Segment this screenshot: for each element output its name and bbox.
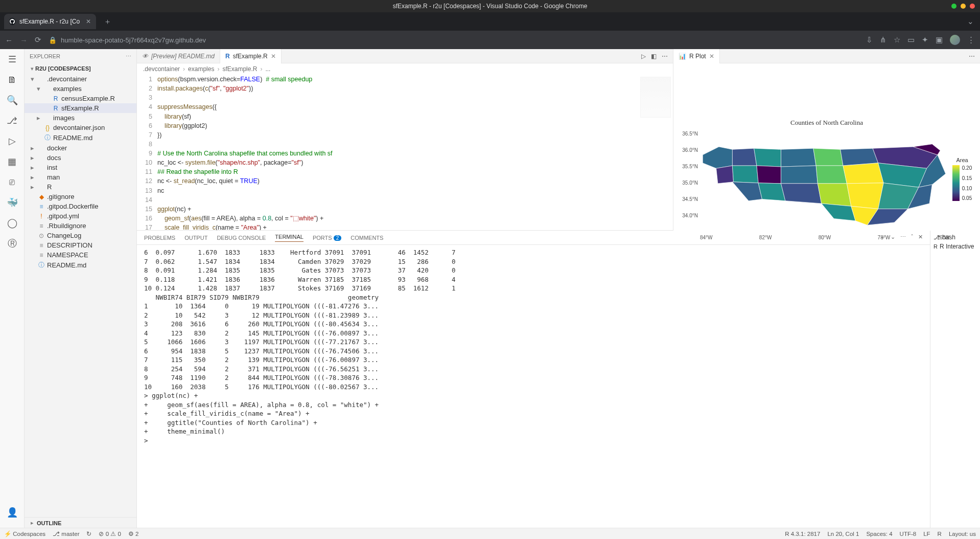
- tree-item[interactable]: ⓘREADME.md: [25, 260, 136, 271]
- chevron-down-icon[interactable]: ⌄: [891, 234, 895, 241]
- tree-item[interactable]: ≡NAMESPACE: [25, 250, 136, 260]
- status-item[interactable]: R: [938, 531, 942, 537]
- more-icon[interactable]: ⋯: [900, 234, 906, 241]
- maximize-dot[interactable]: [961, 4, 966, 9]
- main-area: 👁[Preview] README.mdRsfExample.R✕ ▷ ◧ ⋯ …: [137, 49, 980, 539]
- search-icon[interactable]: 🔍: [6, 94, 18, 106]
- tree-item[interactable]: ▸docs: [25, 153, 136, 163]
- editor-tab[interactable]: 👁[Preview] README.md: [137, 49, 220, 63]
- more-icon[interactable]: ⋯: [969, 53, 975, 60]
- status-item[interactable]: UTF-8: [900, 531, 917, 537]
- tab-r-plot[interactable]: 📊 R Plot ✕: [673, 49, 720, 63]
- extensions-icon[interactable]: ✦: [922, 35, 928, 44]
- extensions-icon[interactable]: ▦: [6, 155, 18, 168]
- panel-tab-output[interactable]: Output: [184, 235, 207, 241]
- status-item[interactable]: Ln 20, Col 1: [827, 531, 859, 537]
- editor-tab[interactable]: RsfExample.R✕: [220, 49, 282, 63]
- new-terminal-icon[interactable]: ＋: [880, 234, 885, 241]
- status-item[interactable]: ↻: [86, 530, 91, 537]
- back-icon[interactable]: ←: [5, 36, 13, 44]
- tree-item[interactable]: ▾examples: [25, 84, 136, 94]
- panel-tab-comments[interactable]: Comments: [351, 235, 383, 241]
- forward-icon[interactable]: →: [20, 36, 28, 44]
- tree-item[interactable]: {}devcontainer.json: [25, 123, 136, 132]
- bookmark-icon[interactable]: ☆: [894, 35, 900, 44]
- close-icon[interactable]: ✕: [271, 53, 276, 60]
- panel-area: ProblemsOutputDebug ConsoleTerminalPorts…: [137, 231, 980, 539]
- tree-item[interactable]: ▸images: [25, 113, 136, 123]
- menu-icon[interactable]: ☰: [6, 53, 18, 65]
- tree-item[interactable]: ⊙ChangeLog: [25, 231, 136, 240]
- workspace-name[interactable]: ▾ R2U [CODESPACES]: [25, 63, 136, 74]
- os-titlebar: sfExample.R - r2u [Codespaces] - Visual …: [0, 0, 980, 12]
- docker-icon[interactable]: 🐳: [6, 196, 18, 209]
- browser-tab[interactable]: sfExample.R - r2u [Codes ✕: [4, 14, 96, 29]
- tree-item[interactable]: !.gitpod.yml: [25, 211, 136, 221]
- chrome-tab-strip: sfExample.R - r2u [Codes ✕ ＋ ⌄: [0, 12, 980, 31]
- address-bar[interactable]: 🔒 humble-space-potato-5j7r664xq2v7gw.git…: [49, 36, 859, 44]
- terminal-entry[interactable]: ⎇bash: [934, 233, 977, 242]
- install-icon[interactable]: ⇩: [866, 35, 873, 44]
- github-icon[interactable]: ◯: [6, 217, 18, 229]
- plot-map: [700, 128, 948, 231]
- split-icon[interactable]: ◧: [651, 53, 657, 60]
- tree-item[interactable]: RcensusExample.R: [25, 94, 136, 103]
- status-item[interactable]: Spaces: 4: [866, 531, 892, 537]
- maximize-panel-icon[interactable]: ˆ: [911, 234, 913, 241]
- status-item[interactable]: Layout: us: [949, 531, 976, 537]
- download-icon[interactable]: ▭: [907, 35, 915, 44]
- panel-tab-ports[interactable]: Ports2: [313, 235, 341, 241]
- r-icon[interactable]: Ⓡ: [6, 237, 18, 250]
- menu-icon[interactable]: ⋮: [967, 35, 975, 44]
- run-icon[interactable]: ▷: [641, 53, 646, 60]
- tree-item[interactable]: ▸R: [25, 182, 136, 192]
- status-item[interactable]: ⚡ Codespaces: [4, 530, 45, 537]
- more-icon[interactable]: ⋯: [662, 53, 668, 60]
- status-item[interactable]: R 4.3.1: 2817: [785, 531, 820, 537]
- tree-item[interactable]: ◆.gitignore: [25, 192, 136, 201]
- terminal[interactable]: 6 0.097 1.670 1833 1833 Hertford 37091 3…: [137, 245, 930, 539]
- tree-item[interactable]: ▾.devcontainer: [25, 74, 136, 84]
- plot-tabbar: 📊 R Plot ✕ ⋯: [673, 49, 980, 63]
- panel-tab-problems[interactable]: Problems: [144, 235, 175, 241]
- close-dot[interactable]: [970, 4, 975, 9]
- panel-tab-terminal[interactable]: Terminal: [275, 234, 304, 242]
- terminal-entry[interactable]: RR Interactive: [934, 242, 977, 251]
- outline-section[interactable]: ▸Outline: [25, 518, 136, 528]
- status-item[interactable]: ⎇ master: [53, 530, 79, 537]
- panel-tabs: ProblemsOutputDebug ConsoleTerminalPorts…: [137, 231, 930, 245]
- chart-icon: 📊: [679, 53, 686, 60]
- tree-item[interactable]: ≡.gitpod.Dockerfile: [25, 201, 136, 211]
- reload-icon[interactable]: ⟳: [35, 35, 41, 44]
- status-item[interactable]: ⊘ 0 ⚠ 0: [99, 530, 121, 537]
- close-panel-icon[interactable]: ✕: [918, 234, 923, 241]
- profile-avatar[interactable]: [950, 35, 960, 45]
- code-editor[interactable]: 1234567891011121314151617181920 options(…: [137, 75, 673, 230]
- source-control-icon[interactable]: ⎇: [6, 115, 18, 127]
- run-debug-icon[interactable]: ▷: [6, 135, 18, 147]
- tree-item[interactable]: ⓘREADME.md: [25, 132, 136, 143]
- account-icon[interactable]: 👤: [6, 506, 18, 519]
- panel-tab-debug-console[interactable]: Debug Console: [217, 235, 266, 241]
- minimap[interactable]: [640, 77, 671, 118]
- editor-group-left: 👁[Preview] README.mdRsfExample.R✕ ▷ ◧ ⋯ …: [137, 49, 673, 230]
- more-icon[interactable]: ⋯: [126, 53, 131, 60]
- tree-item[interactable]: ▸man: [25, 172, 136, 182]
- tree-item[interactable]: ▸docker: [25, 143, 136, 153]
- tree-item[interactable]: ≡DESCRIPTION: [25, 240, 136, 250]
- tree-item[interactable]: ≡.Rbuildignore: [25, 221, 136, 231]
- remote-icon[interactable]: ⎚: [6, 176, 18, 188]
- files-icon[interactable]: 🗎: [6, 74, 18, 86]
- share-icon[interactable]: ⋔: [880, 35, 886, 44]
- close-icon[interactable]: ✕: [86, 18, 91, 25]
- breadcrumbs[interactable]: .devcontainer›examples›sfExample.R›...: [137, 63, 673, 75]
- minimize-dot[interactable]: [951, 4, 956, 9]
- status-item[interactable]: LF: [923, 531, 930, 537]
- tree-item[interactable]: ▸inst: [25, 163, 136, 172]
- status-item[interactable]: ⚙ 2: [128, 530, 139, 537]
- panel-icon[interactable]: ▣: [936, 35, 943, 44]
- tree-item[interactable]: RsfExample.R: [25, 103, 136, 113]
- chevron-down-icon[interactable]: ⌄: [967, 17, 974, 26]
- new-tab-button[interactable]: ＋: [101, 17, 113, 27]
- close-icon[interactable]: ✕: [709, 53, 714, 60]
